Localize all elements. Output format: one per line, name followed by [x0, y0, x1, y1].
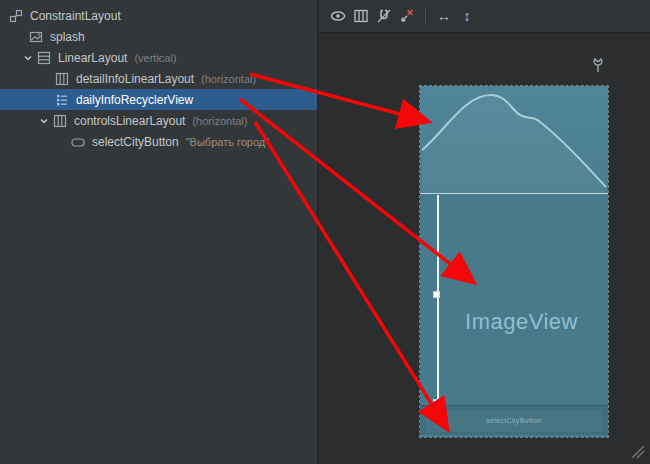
tree-item-selectcitybutton[interactable]: selectCityButton "Выбрать город": [0, 131, 317, 152]
design-toolbar: ↔ ↕: [318, 0, 650, 33]
chevron-down-icon[interactable]: [22, 52, 34, 64]
component-tree-panel: ConstraintLayout splash LinearLayout (ve…: [0, 0, 318, 464]
chevron-down-icon[interactable]: [38, 115, 50, 127]
tree-item-label: controlsLinearLayout: [74, 114, 185, 128]
constraint-layout-icon: [8, 8, 24, 24]
tree-item-label: selectCityButton: [92, 135, 179, 149]
expand-horizontal-glyph: ↔: [437, 6, 451, 26]
tree-item-label: splash: [50, 30, 85, 44]
expand-vertical-glyph: ↕: [464, 6, 471, 26]
device-preview[interactable]: ImageView selectCityButton: [420, 86, 608, 437]
wrench-icon[interactable]: [590, 56, 606, 74]
tree-item-text-value: "Выбрать город": [186, 136, 269, 148]
linear-layout-horizontal-icon: [52, 113, 68, 129]
tree-item-label: dailyInfoRecyclerView: [76, 93, 193, 107]
weather-curve-graphic: [420, 86, 608, 193]
linear-layout-horizontal-icon: [54, 71, 70, 87]
resize-grip[interactable]: [628, 444, 646, 460]
select-city-button-label: selectCityButton: [486, 417, 541, 424]
clear-constraints-icon[interactable]: [397, 6, 417, 26]
recycler-view-area[interactable]: ImageView: [420, 194, 608, 405]
select-city-button-preview[interactable]: selectCityButton: [426, 410, 602, 432]
tree-item-linearlayout[interactable]: LinearLayout (vertical): [0, 47, 317, 68]
tree-item-orientation: (horizontal): [192, 115, 247, 127]
tree-item-detailinfolinearlayout[interactable]: detailInfoLinearLayout (horizontal): [0, 68, 317, 89]
tree-item-label: ConstraintLayout: [30, 9, 121, 23]
expand-vertical-icon[interactable]: ↕: [457, 6, 477, 26]
tree-item-constraintlayout[interactable]: ConstraintLayout: [0, 5, 317, 26]
tree-item-orientation: (horizontal): [201, 73, 256, 85]
imageview-label: ImageView: [437, 309, 606, 335]
selection-edge-line: [437, 195, 439, 404]
controls-area[interactable]: selectCityButton: [420, 405, 608, 435]
selection-handle-middle[interactable]: [433, 291, 440, 298]
expand-horizontal-icon[interactable]: ↔: [434, 6, 454, 26]
recycler-view-icon: [54, 92, 70, 108]
design-surface: ↔ ↕ ImageView selectCityButton: [318, 0, 650, 464]
tree-item-label: LinearLayout: [58, 51, 127, 65]
view-options-icon[interactable]: [328, 6, 348, 26]
tree-item-label: detailInfoLinearLayout: [76, 72, 194, 86]
tree-item-orientation: (vertical): [134, 52, 176, 64]
column-guides-icon[interactable]: [351, 6, 371, 26]
button-icon: [70, 134, 86, 150]
tree-item-controlslinearlayout[interactable]: controlsLinearLayout (horizontal): [0, 110, 317, 131]
image-icon: [28, 29, 44, 45]
tree-item-dailyinforecyclerview[interactable]: dailyInfoRecyclerView: [0, 89, 317, 110]
autoconnect-off-magnet-icon[interactable]: [374, 6, 394, 26]
toolbar-separator: [425, 8, 426, 24]
linear-layout-vertical-icon: [36, 50, 52, 66]
detail-info-area[interactable]: [420, 86, 608, 193]
tree-item-splash[interactable]: splash: [0, 26, 317, 47]
